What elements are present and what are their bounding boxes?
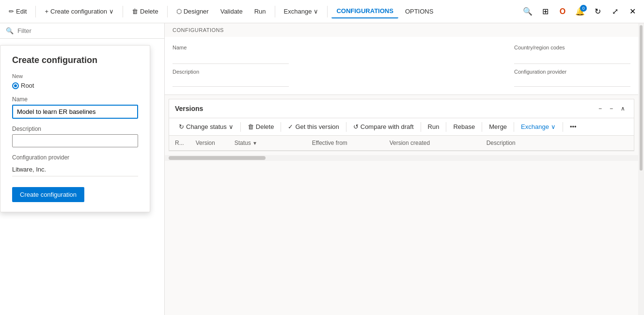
- compare-draft-button[interactable]: ↺ Compare with draft: [349, 121, 418, 132]
- top-bar: ✏ Edit + Create configuration ∨ 🗑 Delete…: [0, 0, 644, 23]
- edit-label: Edit: [16, 8, 27, 15]
- status-filter-icon[interactable]: ▼: [252, 141, 257, 146]
- col-2-spacer: [297, 45, 506, 87]
- change-status-chevron-icon: ∨: [229, 123, 234, 130]
- separator-3: [167, 6, 168, 17]
- designer-button[interactable]: ⬡ Designer: [172, 5, 214, 18]
- edit-button[interactable]: ✏ Edit: [4, 5, 31, 18]
- name-field-label: Name: [173, 45, 289, 50]
- get-version-button[interactable]: ✓ Get this version: [284, 121, 343, 132]
- configurations-nav-label: CONFIGURATIONS: [336, 7, 393, 15]
- delete-label: Delete: [140, 8, 158, 15]
- grid-icon: ⊞: [542, 7, 549, 16]
- separator-1: [35, 6, 36, 17]
- chevron-down-icon: ∨: [109, 8, 114, 15]
- versions-toolbar: ↻ Change status ∨ 🗑 Delete ✓ Get this ve…: [169, 118, 634, 136]
- toolbar-sep-6: [482, 122, 482, 132]
- versions-delete-icon: 🗑: [248, 123, 254, 130]
- options-nav-button[interactable]: OPTIONS: [400, 5, 439, 18]
- exchange-toolbar-chevron-icon: ∨: [551, 123, 556, 130]
- versions-delete-label: Delete: [256, 123, 274, 130]
- exchange-toolbar-label: Exchange: [521, 123, 549, 130]
- separator-5: [327, 6, 328, 17]
- provider-field-value: [514, 75, 630, 87]
- rebase-label: Rebase: [453, 123, 475, 130]
- col-header-effective-from: Effective from: [306, 136, 384, 151]
- change-status-button[interactable]: ↻ Change status ∨: [175, 121, 237, 132]
- merge-button[interactable]: Merge: [485, 121, 511, 132]
- search-button[interactable]: 🔍: [520, 4, 535, 19]
- rebase-button[interactable]: Rebase: [449, 121, 479, 132]
- create-config-title: Create configuration: [12, 55, 138, 65]
- filter-bar: 🔍: [0, 23, 164, 39]
- h-scroll-thumb[interactable]: [169, 156, 266, 160]
- new-label: New: [12, 73, 138, 79]
- create-config-button[interactable]: + Create configuration ∨: [40, 5, 119, 18]
- name-field-group: Name Description: [173, 45, 289, 87]
- run-label: Run: [254, 8, 266, 15]
- refresh-button[interactable]: ↻: [590, 4, 605, 19]
- versions-collapse-btn2[interactable]: −: [607, 103, 616, 114]
- versions-delete-button[interactable]: 🗑 Delete: [244, 121, 278, 132]
- versions-collapse-btn3[interactable]: ∧: [618, 103, 628, 114]
- radio-inner: [14, 84, 17, 87]
- horizontal-scrollbar[interactable]: [165, 155, 638, 161]
- configurations-nav-button[interactable]: CONFIGURATIONS: [331, 4, 398, 18]
- get-version-label: Get this version: [295, 123, 339, 130]
- more-button[interactable]: •••: [566, 121, 581, 132]
- grid-icon-button[interactable]: ⊞: [537, 4, 553, 19]
- search-icon: 🔍: [523, 7, 533, 16]
- expand-icon: ⤢: [612, 7, 618, 16]
- compare-icon: ↺: [353, 123, 359, 130]
- vertical-scrollbar[interactable]: [638, 23, 644, 315]
- root-radio[interactable]: [12, 82, 19, 89]
- versions-header: Versions − − ∧: [169, 99, 634, 118]
- new-section: New Root: [12, 73, 138, 89]
- exchange-toolbar-button[interactable]: Exchange ∨: [517, 121, 560, 132]
- name-input[interactable]: [12, 105, 138, 119]
- col-header-r: R...: [169, 136, 190, 151]
- toolbar-sep-8: [563, 122, 563, 132]
- plus-icon: +: [45, 8, 48, 15]
- validate-button[interactable]: Validate: [216, 5, 248, 18]
- versions-collapse-btn1[interactable]: −: [596, 103, 605, 114]
- expand-button[interactable]: ⤢: [607, 4, 623, 19]
- config-provider-group: Configuration provider Litware, Inc.: [12, 154, 138, 176]
- office-icon-button[interactable]: O: [555, 4, 570, 19]
- root-radio-option[interactable]: Root: [12, 82, 138, 89]
- toolbar-sep-5: [446, 122, 446, 132]
- provider-field-label: Configuration provider: [514, 69, 566, 75]
- toolbar-sep-2: [281, 122, 281, 132]
- designer-icon: ⬡: [176, 8, 182, 15]
- config-provider-label: Configuration provider: [12, 154, 138, 161]
- content-area: 🔍 We Create configuration New Root Name: [0, 23, 644, 315]
- scroll-track[interactable]: [640, 25, 643, 171]
- versions-run-label: Run: [428, 123, 440, 130]
- close-button[interactable]: ✕: [625, 4, 640, 19]
- delete-icon: 🗑: [132, 8, 138, 15]
- change-status-icon: ↻: [179, 123, 184, 130]
- run-button[interactable]: Run: [250, 5, 271, 18]
- breadcrumb: CONFIGURATIONS: [165, 23, 638, 37]
- change-status-label: Change status: [186, 123, 227, 130]
- filter-input[interactable]: [17, 27, 158, 34]
- notification-wrapper: 🔔 0: [572, 4, 588, 19]
- top-bar-right: 🔍 ⊞ O 🔔 0 ↻ ⤢ ✕: [520, 4, 640, 19]
- description-field-label: Description: [173, 69, 199, 75]
- main-content: CONFIGURATIONS Name Description: [165, 23, 638, 315]
- config-detail: Name Description Country/region codes: [165, 37, 638, 95]
- country-field-group: Country/region codes Configuration provi…: [514, 45, 630, 87]
- description-input[interactable]: [12, 134, 138, 147]
- delete-button[interactable]: 🗑 Delete: [127, 5, 163, 18]
- refresh-icon: ↻: [595, 7, 601, 16]
- name-group: Name: [12, 96, 138, 119]
- exchange-button[interactable]: Exchange ∨: [279, 5, 324, 18]
- table-header: R... Version Status ▼ Effective from: [169, 136, 634, 151]
- merge-label: Merge: [489, 123, 507, 130]
- description-field-group: Description: [173, 68, 289, 87]
- versions-run-button[interactable]: Run: [424, 121, 443, 132]
- exchange-label: Exchange: [284, 8, 312, 15]
- create-config-submit-button[interactable]: Create configuration: [12, 187, 84, 202]
- left-panel: 🔍 We Create configuration New Root Name: [0, 23, 165, 315]
- versions-controls: − − ∧: [596, 103, 628, 114]
